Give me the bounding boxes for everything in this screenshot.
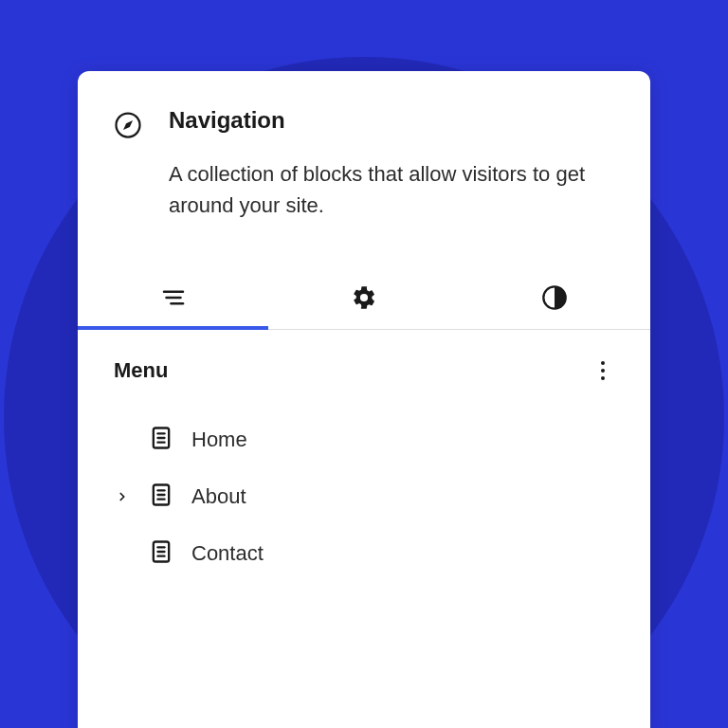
panel-header: Navigation A collection of blocks that a… bbox=[78, 71, 650, 247]
page-icon bbox=[148, 538, 174, 569]
tab-list-view[interactable] bbox=[78, 270, 268, 329]
list-view-icon bbox=[159, 283, 188, 316]
contrast-icon bbox=[541, 284, 568, 315]
compass-icon bbox=[114, 111, 142, 143]
menu-item-contact[interactable]: Contact bbox=[114, 525, 614, 582]
panel-description: A collection of blocks that allow visito… bbox=[169, 158, 614, 221]
menu-header: Menu bbox=[78, 330, 650, 392]
menu-item-label: About bbox=[191, 484, 246, 509]
menu-item-home[interactable]: Home bbox=[114, 411, 614, 468]
chevron-slot bbox=[114, 431, 131, 448]
menu-item-about[interactable]: About bbox=[114, 468, 614, 525]
expand-toggle[interactable] bbox=[114, 488, 131, 505]
page-icon bbox=[148, 425, 174, 455]
page-icon bbox=[148, 482, 174, 512]
chevron-slot bbox=[114, 545, 131, 562]
chevron-right-icon bbox=[116, 490, 129, 503]
gear-icon bbox=[351, 284, 377, 315]
menu-item-label: Contact bbox=[191, 541, 264, 566]
menu-item-label: Home bbox=[191, 428, 247, 452]
tab-styles[interactable] bbox=[460, 270, 650, 329]
svg-marker-1 bbox=[123, 120, 133, 130]
menu-items-list: Home About bbox=[78, 392, 650, 582]
menu-options-button[interactable] bbox=[592, 359, 614, 382]
panel-title: Navigation bbox=[169, 107, 614, 134]
tabs-row bbox=[78, 270, 650, 330]
menu-title: Menu bbox=[114, 358, 168, 383]
tab-settings[interactable] bbox=[268, 270, 459, 329]
header-text: Navigation A collection of blocks that a… bbox=[169, 107, 614, 221]
navigation-panel: Navigation A collection of blocks that a… bbox=[78, 71, 650, 728]
